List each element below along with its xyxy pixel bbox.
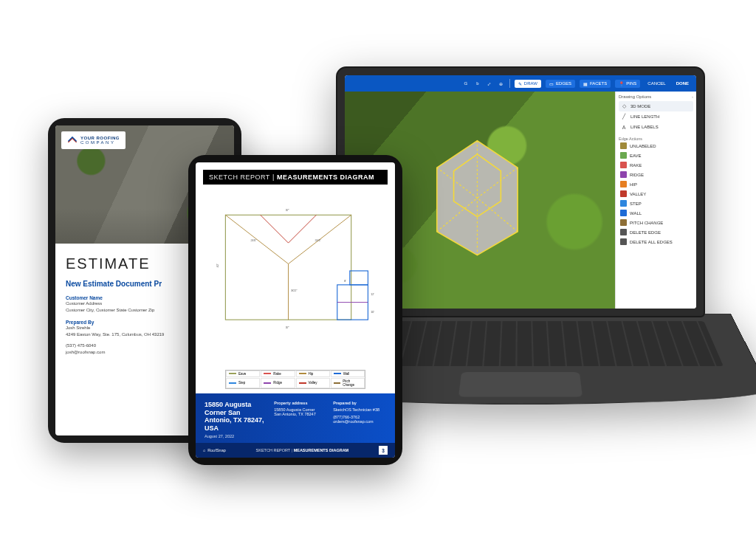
option-icon: A [620,123,628,131]
svg-text:24'6": 24'6" [250,239,257,242]
facets-icon: ▦ [583,81,588,86]
drawing-option-3d-mode[interactable]: ◇3D MODE [619,101,693,111]
svg-line-11 [261,215,289,243]
done-button[interactable]: DONE [673,80,692,87]
legend-eave: Eave [226,371,260,377]
edge-action-rake[interactable]: RAKE [619,160,693,170]
brand-mark: ⌂ RoofSnap [203,448,226,452]
draw-mode-button[interactable]: ✎ DRAW [515,80,541,88]
edge-action-step[interactable]: STEP [619,199,693,208]
roof-outline-overlay[interactable] [394,131,561,265]
color-swatch [620,210,627,216]
edge-action-label: DELETE ALL EDGES [630,240,673,244]
edge-action-pitch-change[interactable]: PITCH CHANGE [619,218,693,227]
chevron-right-icon[interactable]: › [692,94,693,99]
color-swatch [620,152,627,159]
bing-maps-icon[interactable]: b [474,81,481,86]
drawing-options-panel: Drawing Options › ◇3D MODE╱LINE LENGTHAL… [615,92,696,309]
google-maps-icon[interactable]: G [462,81,470,86]
tablet-sketch-report: SKETCH REPORT | MEASUREMENTS DIAGRAM [188,155,402,465]
locate-icon[interactable]: ⊕ [498,81,505,86]
legend-swatch [229,382,236,384]
roof-logo-icon [67,135,78,145]
edge-action-label: STEP [630,202,642,206]
edge-action-label: HIP [630,182,637,187]
app-toolbar: G b ⤢ ⊕ ✎ DRAW ▭ EDGES ▦ FACETS [345,75,696,92]
preparer-address: 4249 Easton Way, Ste. 175, Columbus, OH … [66,331,164,338]
edge-action-unlabeled[interactable]: UNLABELED [619,141,693,151]
edge-action-delete-edge[interactable]: DELETE EDGE [619,227,693,237]
pin-icon: 📍 [619,81,624,86]
edge-action-label: VALLEY [630,192,646,196]
cancel-button[interactable]: CANCEL [645,80,668,87]
color-swatch [620,200,627,207]
legend-label: Wall [343,372,350,376]
preparer-name: Josh Strehle [66,325,164,331]
drawing-option-line-labels[interactable]: ALINE LABELS [619,122,693,132]
edge-action-label: RIDGE [630,173,644,177]
legend-label: Step [238,381,245,385]
edge-action-ridge[interactable]: RIDGE [619,170,693,179]
prepared-by-email: orders@roofsnap.com [333,419,386,424]
footer-date: August 27, 2022 [205,434,268,438]
property-address-value: 15850 Augusta Corner San Antonio, TX 782… [274,407,327,416]
legend-swatch [229,373,236,374]
prepared-by-name: SketchOS Technician #38 [333,407,386,412]
legend-swatch [299,373,306,374]
edge-action-label: RAKE [630,163,642,168]
svg-text:30'2": 30'2" [291,289,298,292]
legend-swatch [264,373,271,374]
edge-action-hip[interactable]: HIP [619,179,693,189]
pins-mode-button[interactable]: 📍 PINS [615,80,640,88]
svg-line-12 [289,215,317,243]
color-swatch [620,142,627,149]
report-bottom-bar: ⌂ RoofSnap SKETCH REPORT | MEASUREMENTS … [196,443,395,458]
expand-icon[interactable]: ⤢ [486,81,493,86]
laptop-trackpad [458,372,583,396]
svg-text:37': 37' [286,326,289,329]
svg-rect-14 [350,271,368,285]
svg-text:12': 12' [371,293,374,296]
drawing-option-line-length[interactable]: ╱LINE LENGTH [619,111,693,122]
edges-icon: ▭ [549,81,554,86]
color-swatch [620,229,627,235]
legend-label: Rake [273,372,281,376]
footer-address: 15850 Augusta Corner San Antonio, TX 782… [205,401,268,433]
legend-swatch [264,382,271,384]
edge-action-eave[interactable]: EAVE [619,151,693,160]
marketing-composite: G b ⤢ ⊕ ✎ DRAW ▭ EDGES ▦ FACETS [0,0,756,544]
legend-label: Pitch Change [343,379,362,387]
option-label: LINE LENGTH [630,114,659,119]
legend-swatch [334,373,341,374]
company-logo-text: YOUR ROOFING COMPANY [80,136,120,145]
legend-pitch-change: Pitch Change [331,378,365,388]
edge-action-valley[interactable]: VALLEY [619,189,693,199]
facets-mode-button[interactable]: ▦ FACETS [580,80,611,88]
edge-action-label: WALL [630,211,642,216]
sketch-report-titlebar: SKETCH REPORT | MEASUREMENTS DIAGRAM [203,170,388,185]
color-swatch [620,238,627,245]
property-address-label: Property address [274,401,327,405]
legend-label: Eave [238,372,246,376]
legend-wall: Wall [331,371,365,377]
color-swatch [620,171,627,178]
page-number: 3 [379,446,388,455]
legend-valley: Valley [296,378,330,388]
edge-action-wall[interactable]: WALL [619,208,693,218]
option-icon: ◇ [620,103,628,110]
pencil-icon: ✎ [518,81,522,86]
legend-swatch [334,382,341,384]
measurements-diagram: 37' 24'6" 24'6" 42' 30'2" 37' 8' 12' 10' [205,189,386,367]
legend-hip: Hip [296,371,330,377]
panel-title: Drawing Options › [619,94,693,99]
edge-action-label: UNLABELED [630,144,656,148]
svg-text:8': 8' [344,280,346,283]
preparer-email: josh@roofsnap.com [66,349,164,356]
svg-text:37': 37' [286,209,289,212]
option-label: LINE LABELS [630,125,659,129]
edge-action-label: DELETE EDGE [630,230,661,235]
edges-mode-button[interactable]: ▭ EDGES [546,80,575,88]
edge-action-label: EAVE [630,154,642,158]
legend-label: Ridge [273,381,282,385]
edge-action-delete-all-edges[interactable]: DELETE ALL EDGES [619,237,693,247]
